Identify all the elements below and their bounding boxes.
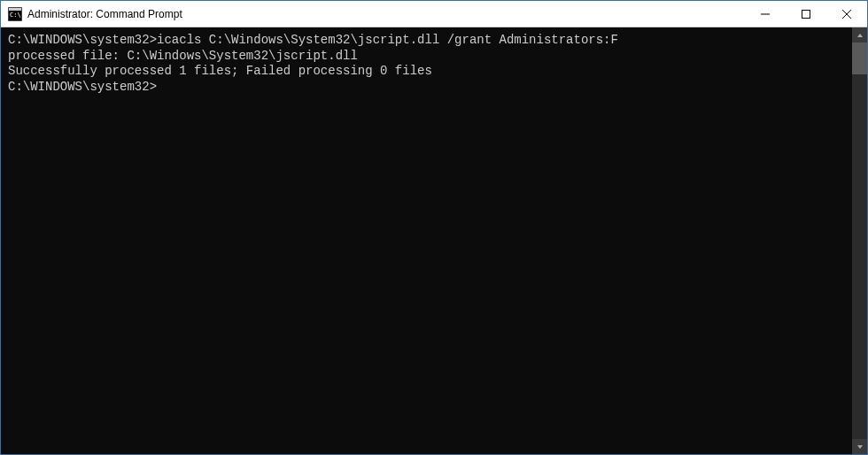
window-controls bbox=[745, 1, 867, 27]
vertical-scrollbar[interactable] bbox=[852, 27, 867, 454]
close-button[interactable] bbox=[826, 1, 867, 27]
svg-marker-7 bbox=[857, 34, 863, 37]
terminal-line: C:\WINDOWS\system32>icacls C:\Windows\Sy… bbox=[8, 33, 845, 49]
minimize-button[interactable] bbox=[745, 1, 786, 27]
terminal-line: C:\WINDOWS\system32> bbox=[8, 80, 845, 96]
terminal-line: processed file: C:\Windows\System32\jscr… bbox=[8, 49, 845, 65]
svg-text:C:\: C:\ bbox=[10, 12, 21, 19]
svg-rect-1 bbox=[9, 8, 21, 11]
titlebar[interactable]: C:\ Administrator: Command Prompt bbox=[1, 1, 867, 27]
terminal-line: Successfully processed 1 files; Failed p… bbox=[8, 64, 845, 80]
svg-rect-4 bbox=[802, 10, 810, 18]
window-title: Administrator: Command Prompt bbox=[27, 8, 745, 20]
svg-marker-8 bbox=[857, 445, 863, 449]
command-prompt-window: C:\ Administrator: Command Prompt C:\WIN… bbox=[0, 0, 868, 455]
scroll-down-button[interactable] bbox=[852, 439, 867, 454]
scrollbar-thumb[interactable] bbox=[852, 42, 867, 74]
content-area: C:\WINDOWS\system32>icacls C:\Windows\Sy… bbox=[1, 27, 867, 454]
scrollbar-track[interactable] bbox=[852, 42, 867, 439]
maximize-button[interactable] bbox=[786, 1, 826, 27]
terminal-output[interactable]: C:\WINDOWS\system32>icacls C:\Windows\Sy… bbox=[1, 27, 852, 454]
cmd-icon: C:\ bbox=[8, 7, 22, 21]
scroll-up-button[interactable] bbox=[852, 27, 867, 42]
